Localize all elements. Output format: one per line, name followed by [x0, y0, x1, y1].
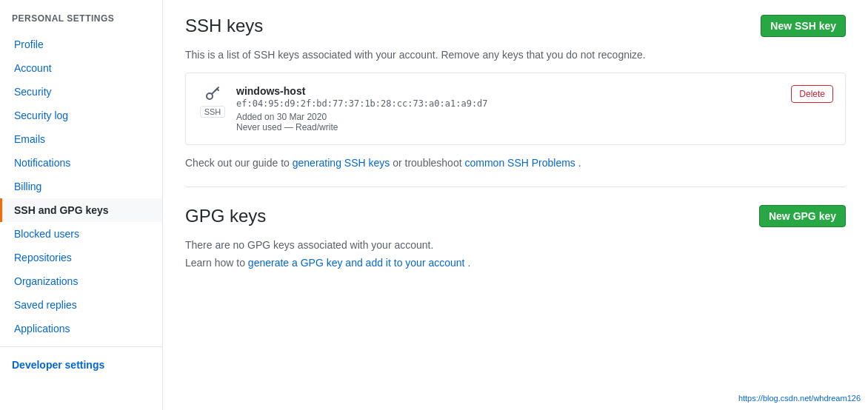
- sidebar-divider: [0, 346, 162, 347]
- ssh-guide-text: Check out our guide to generating SSH ke…: [185, 157, 846, 169]
- svg-line-3: [215, 90, 216, 91]
- sidebar-item-repositories[interactable]: Repositories: [0, 246, 162, 269]
- gpg-learn-text: Learn how to generate a GPG key and add …: [185, 257, 846, 269]
- ssh-key-info: windows-host ef:04:95:d9:2f:bd:77:37:1b:…: [236, 85, 791, 132]
- sidebar-item-account[interactable]: Account: [0, 56, 162, 80]
- common-ssh-problems-link[interactable]: common SSH Problems: [464, 157, 575, 169]
- ssh-key-card: SSH windows-host ef:04:95:d9:2f:bd:77:37…: [185, 73, 846, 145]
- svg-line-2: [217, 89, 218, 90]
- sidebar-item-notifications[interactable]: Notifications: [0, 151, 162, 175]
- gpg-section-title: GPG keys: [185, 206, 266, 226]
- sidebar-item-profile[interactable]: Profile: [0, 33, 162, 56]
- sidebar-item-emails[interactable]: Emails: [0, 127, 162, 151]
- learn-suffix: .: [467, 257, 470, 269]
- ssh-key-added: Added on 30 Mar 2020: [236, 112, 791, 122]
- gpg-learn-link[interactable]: generate a GPG key and add it to your ac…: [248, 257, 465, 269]
- ssh-section-title: SSH keys: [185, 16, 263, 36]
- footer-url[interactable]: https://blog.csdn.net/whdream126: [738, 394, 861, 403]
- section-divider: [185, 186, 846, 187]
- generating-ssh-keys-link[interactable]: generating SSH keys: [293, 157, 390, 169]
- ssh-key-fingerprint: ef:04:95:d9:2f:bd:77:37:1b:28:cc:73:a0:a…: [236, 98, 791, 109]
- sidebar: Personal settings Profile Account Securi…: [0, 0, 163, 410]
- gpg-section-header: GPG keys New GPG key: [185, 205, 846, 227]
- guide-prefix: Check out our guide to: [185, 157, 290, 169]
- ssh-key-status: Never used — Read/write: [236, 122, 791, 132]
- sidebar-item-security-log[interactable]: Security log: [0, 104, 162, 127]
- sidebar-item-security[interactable]: Security: [0, 80, 162, 104]
- sidebar-item-saved-replies[interactable]: Saved replies: [0, 293, 162, 317]
- key-icon: [204, 85, 221, 103]
- learn-prefix: Learn how to: [185, 257, 245, 269]
- developer-settings-link[interactable]: Developer settings: [0, 353, 162, 377]
- sidebar-header: Personal settings: [0, 7, 162, 30]
- sidebar-item-applications[interactable]: Applications: [0, 317, 162, 340]
- ssh-key-name: windows-host: [236, 85, 791, 97]
- guide-suffix: .: [578, 157, 581, 169]
- main-content: SSH keys New SSH key This is a list of S…: [163, 0, 868, 410]
- sidebar-item-ssh-gpg-keys[interactable]: SSH and GPG keys: [0, 198, 162, 222]
- new-ssh-key-button[interactable]: New SSH key: [761, 15, 846, 37]
- delete-ssh-key-button[interactable]: Delete: [791, 85, 833, 103]
- gpg-empty-text: There are no GPG keys associated with yo…: [185, 239, 846, 251]
- sidebar-item-billing[interactable]: Billing: [0, 175, 162, 198]
- ssh-badge: SSH: [200, 106, 226, 118]
- ssh-section-header: SSH keys New SSH key: [185, 15, 846, 37]
- guide-or-text: or troubleshoot: [393, 157, 461, 169]
- new-gpg-key-button[interactable]: New GPG key: [759, 205, 846, 227]
- ssh-description: This is a list of SSH keys associated wi…: [185, 49, 846, 61]
- sidebar-item-blocked-users[interactable]: Blocked users: [0, 222, 162, 246]
- sidebar-item-organizations[interactable]: Organizations: [0, 269, 162, 293]
- ssh-key-icon-wrapper: SSH: [198, 85, 227, 118]
